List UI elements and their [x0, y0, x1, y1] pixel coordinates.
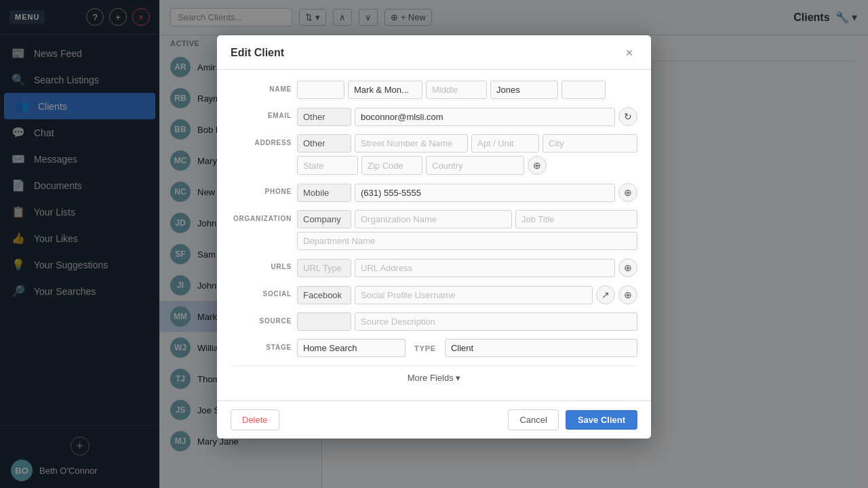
source-row: SOURCE [231, 312, 637, 331]
org-name-input[interactable] [355, 210, 512, 228]
email-refresh-button[interactable]: ↻ [618, 107, 637, 126]
address-country-input[interactable] [426, 156, 524, 175]
address-type-input[interactable] [297, 134, 351, 152]
urls-fields: ⊕ [297, 258, 637, 277]
source-description-input[interactable] [355, 312, 637, 331]
type-label: TYPE [409, 344, 441, 352]
job-title-input[interactable] [515, 210, 637, 228]
address-add-button[interactable]: ⊕ [528, 156, 547, 175]
social-row: SOCIAL ↗ ⊕ [231, 285, 637, 304]
address-city-input[interactable] [542, 134, 637, 152]
phone-add-button[interactable]: ⊕ [618, 183, 637, 202]
organization-row: ORGANIZATION [231, 210, 637, 250]
social-username-input[interactable] [355, 286, 593, 304]
source-fields [297, 312, 637, 331]
type-input[interactable] [445, 339, 637, 357]
email-address-input[interactable] [355, 108, 615, 126]
stage-fields: TYPE [297, 339, 637, 357]
address-apt-input[interactable] [471, 134, 539, 152]
social-type-input[interactable] [297, 286, 351, 304]
urls-label: URLS [231, 258, 292, 270]
modal-header: Edit Client × [217, 35, 651, 70]
organization-fields [297, 210, 637, 250]
edit-client-modal: Edit Client × NAME EMAIL [217, 35, 651, 439]
org-type-input[interactable] [297, 210, 351, 228]
modal-footer: Delete Cancel Save Client [217, 401, 651, 439]
address-street-input[interactable] [355, 134, 468, 152]
social-add-button[interactable]: ⊕ [618, 285, 637, 304]
social-label: SOCIAL [231, 285, 292, 298]
organization-label: ORGANIZATION [231, 210, 292, 222]
more-fields-button[interactable]: More Fields ▾ [231, 365, 637, 390]
cancel-button[interactable]: Cancel [508, 409, 558, 430]
department-input[interactable] [297, 232, 637, 250]
address-state-input[interactable] [297, 156, 358, 175]
email-row: EMAIL ↻ [231, 107, 637, 126]
email-label: EMAIL [231, 107, 292, 119]
name-row: NAME [231, 81, 637, 99]
stage-form-label: STAGE [231, 339, 292, 351]
name-suffix-input[interactable] [561, 81, 606, 99]
phone-label: PHONE [231, 183, 292, 195]
stage-input[interactable] [297, 339, 406, 357]
name-middle-input[interactable] [426, 81, 487, 99]
name-last-input[interactable] [490, 81, 558, 99]
more-fields-label: More Fields ▾ [408, 373, 461, 383]
url-add-button[interactable]: ⊕ [618, 258, 637, 277]
urls-row: URLS ⊕ [231, 258, 637, 277]
social-fields: ↗ ⊕ [297, 285, 637, 304]
email-type-input[interactable] [297, 108, 351, 126]
url-type-input[interactable] [297, 259, 351, 277]
modal-close-button[interactable]: × [621, 45, 637, 61]
modal-title: Edit Client [231, 47, 284, 59]
address-label: ADDRESS [231, 134, 292, 146]
phone-row: PHONE ⊕ [231, 183, 637, 202]
stage-row: STAGE TYPE [231, 339, 637, 357]
source-label: SOURCE [231, 312, 292, 325]
save-client-button[interactable]: Save Client [566, 410, 637, 430]
address-zip-input[interactable] [361, 156, 422, 175]
name-fields [297, 81, 637, 99]
phone-number-input[interactable] [355, 184, 615, 202]
name-label: NAME [231, 81, 292, 93]
modal-overlay: Edit Client × NAME EMAIL [0, 0, 868, 488]
name-prefix-input[interactable] [297, 81, 344, 99]
phone-fields: ⊕ [297, 183, 637, 202]
name-first-input[interactable] [348, 81, 422, 99]
modal-body: NAME EMAIL ↻ ADDR [217, 70, 651, 401]
address-fields: ⊕ [297, 134, 637, 175]
delete-button[interactable]: Delete [231, 409, 279, 430]
phone-type-input[interactable] [297, 184, 351, 202]
url-address-input[interactable] [355, 259, 615, 277]
source-type-input[interactable] [297, 312, 351, 331]
email-fields: ↻ [297, 107, 637, 126]
address-row: ADDRESS ⊕ [231, 134, 637, 175]
social-open-button[interactable]: ↗ [596, 285, 615, 304]
